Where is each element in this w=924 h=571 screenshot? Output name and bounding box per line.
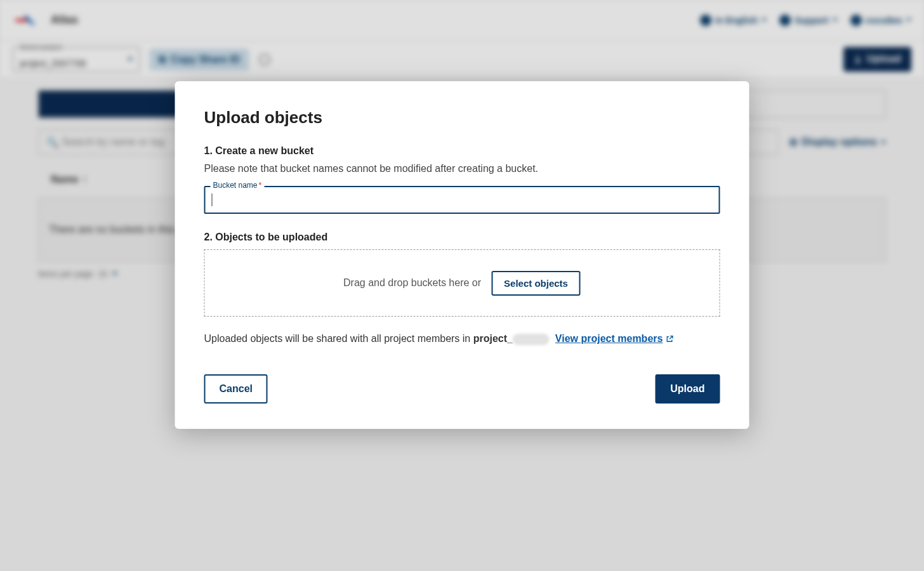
- bucket-name-label: Bucket name*: [211, 181, 265, 190]
- cancel-button[interactable]: Cancel: [204, 374, 268, 404]
- view-members-label: View project members: [555, 333, 663, 345]
- step1-note: Please note that bucket names cannot be …: [204, 163, 720, 174]
- share-prefix-text: Uploaded objects will be shared with all…: [204, 333, 473, 344]
- dropzone-text: Drag and drop buckets here or: [343, 277, 481, 289]
- select-objects-button[interactable]: Select objects: [491, 271, 581, 296]
- project-name: project_: [473, 333, 513, 344]
- bucket-name-input[interactable]: [204, 186, 720, 214]
- required-asterisk: *: [259, 181, 262, 190]
- bucket-name-field-wrap: Bucket name*: [204, 186, 720, 214]
- upload-modal: Upload objects 1. Create a new bucket Pl…: [175, 81, 749, 429]
- text-cursor: [212, 194, 213, 206]
- view-members-link[interactable]: View project members: [555, 333, 674, 345]
- redacted-text: [513, 334, 550, 345]
- bucket-name-label-text: Bucket name: [213, 181, 258, 190]
- external-link-icon: [665, 335, 673, 343]
- upload-confirm-button[interactable]: Upload: [655, 374, 720, 404]
- modal-actions: Cancel Upload: [204, 374, 720, 404]
- dropzone[interactable]: Drag and drop buckets here or Select obj…: [204, 249, 720, 317]
- step2-title: 2. Objects to be uploaded: [204, 232, 720, 243]
- share-info: Uploaded objects will be shared with all…: [204, 333, 720, 345]
- step1-title: 1. Create a new bucket: [204, 145, 720, 157]
- modal-title: Upload objects: [204, 108, 720, 128]
